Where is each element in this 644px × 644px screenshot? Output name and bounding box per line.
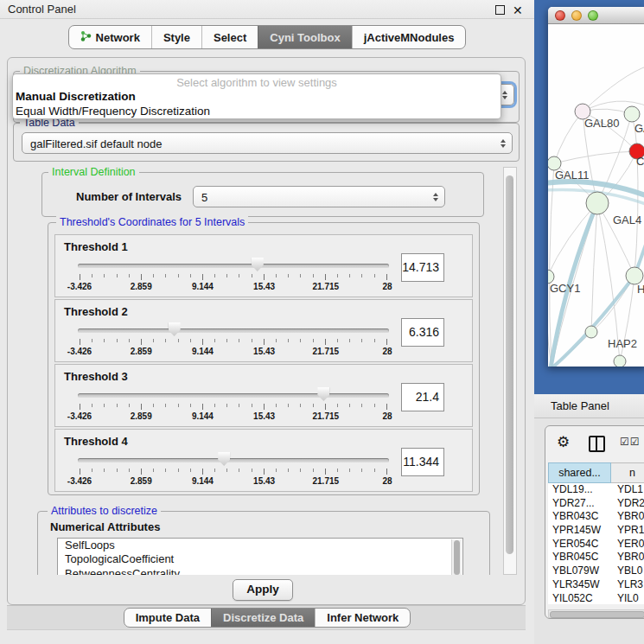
table-horizontal-scrollbar[interactable] bbox=[548, 609, 644, 618]
threshold-slider-track[interactable] bbox=[78, 264, 389, 268]
slider-tick bbox=[337, 469, 338, 472]
slider-tick bbox=[214, 469, 215, 472]
slider-tick bbox=[80, 404, 80, 410]
attributes-list-scrollbar[interactable] bbox=[451, 539, 462, 575]
table-row[interactable]: YDR27...YDR2 bbox=[548, 497, 644, 511]
network-canvas[interactable]: GAL80GACGAL11GAL4GCY1HHAP2 bbox=[548, 24, 644, 367]
threshold-slider-track[interactable] bbox=[78, 458, 389, 462]
zoom-light-icon[interactable] bbox=[588, 10, 598, 21]
threshold-slider-thumb[interactable] bbox=[218, 452, 230, 466]
bottom-tab-discretize-data[interactable]: Discretize Data bbox=[211, 609, 315, 627]
slider-tick bbox=[300, 274, 301, 277]
cell-shared-name: YLR345W bbox=[548, 578, 611, 592]
slider-tick bbox=[165, 274, 166, 277]
threshold-slider-track[interactable] bbox=[78, 328, 389, 333]
tab-label: Network bbox=[96, 31, 140, 44]
slider-tick-labels: -3.4262.8599.14415.4321.71528 bbox=[80, 347, 387, 357]
slider-tick bbox=[153, 339, 154, 342]
network-node[interactable] bbox=[585, 326, 597, 338]
threshold-label: Threshold 4 bbox=[64, 435, 128, 448]
table-hscrollbar-thumb[interactable] bbox=[550, 611, 644, 618]
bottom-tab-impute-data[interactable]: Impute Data bbox=[124, 609, 211, 627]
slider-tick bbox=[117, 274, 118, 277]
combo-stepper-icon[interactable] bbox=[501, 133, 506, 153]
threshold-label: Threshold 3 bbox=[64, 370, 128, 383]
slider-tick-labels: -3.4262.8599.14415.4321.71528 bbox=[80, 282, 387, 292]
slider-tick-label: 21.715 bbox=[313, 347, 340, 356]
threshold-slider-thumb[interactable] bbox=[317, 387, 329, 401]
bottom-tab-infer-network[interactable]: Infer Network bbox=[315, 609, 410, 627]
tab-network[interactable]: Network bbox=[69, 26, 151, 48]
tab-label: jActiveMNodules bbox=[364, 31, 455, 44]
settings-scrollbar-thumb[interactable] bbox=[506, 175, 513, 554]
network-window-titlebar[interactable] bbox=[548, 7, 644, 24]
column-header-name[interactable]: n bbox=[611, 462, 644, 483]
network-node[interactable] bbox=[624, 106, 640, 122]
cell-shared-name: YBR045C bbox=[548, 551, 611, 564]
cell-name: YLR3 bbox=[611, 578, 644, 592]
slider-tick bbox=[202, 274, 203, 280]
checkbox-icons[interactable]: ☑☑ bbox=[620, 436, 641, 448]
slider-tick bbox=[239, 274, 239, 277]
table-data-combobox[interactable]: galFiltered.sif default node bbox=[22, 132, 513, 154]
table-row[interactable]: YBL079WYBL0 bbox=[548, 564, 644, 578]
numerical-attributes-list[interactable]: SelfLoopsTopologicalCoefficientBetweenne… bbox=[57, 538, 463, 575]
threshold-value-field[interactable]: 14.713 bbox=[401, 253, 444, 282]
network-node[interactable] bbox=[586, 192, 609, 214]
threshold-slider-thumb[interactable] bbox=[252, 258, 264, 271]
tab-style[interactable]: Style bbox=[151, 26, 201, 48]
table-row[interactable]: YDL19...YDL1 bbox=[548, 483, 644, 497]
threshold-value-field[interactable]: 11.344 bbox=[401, 448, 444, 476]
minimize-light-icon[interactable] bbox=[571, 10, 582, 21]
tab-cyni-toolbox[interactable]: Cyni Toolbox bbox=[258, 26, 351, 48]
number-of-intervals-combobox[interactable]: 5 bbox=[193, 186, 445, 207]
slider-tick bbox=[190, 274, 191, 277]
slider-tick-label: -3.426 bbox=[67, 476, 92, 486]
apply-button[interactable]: Apply bbox=[233, 579, 293, 601]
close-icon[interactable]: ✕ bbox=[513, 1, 523, 20]
table-panel-title: Table Panel bbox=[551, 399, 609, 412]
slider-tick bbox=[361, 274, 362, 277]
slider-tick bbox=[349, 404, 350, 407]
table-row[interactable]: YLR345WYLR3 bbox=[548, 578, 644, 592]
slider-tick bbox=[349, 469, 350, 472]
slider-tick bbox=[276, 469, 277, 472]
network-node[interactable] bbox=[614, 355, 626, 367]
slider-tick bbox=[104, 469, 105, 472]
threshold-row: Threshold 4-3.4262.8599.14415.4321.71528… bbox=[54, 429, 473, 492]
network-view-window[interactable]: GAL80GACGAL11GAL4GCY1HHAP2 bbox=[548, 7, 644, 367]
threshold-value-field[interactable]: 21.4 bbox=[401, 383, 444, 411]
combo-stepper-icon[interactable] bbox=[502, 85, 507, 105]
threshold-value-field[interactable]: 6.316 bbox=[401, 318, 444, 347]
slider-tick bbox=[80, 339, 80, 345]
slider-tick bbox=[374, 274, 375, 277]
attribute-list-item[interactable]: TopologicalCoefficient bbox=[58, 552, 462, 566]
main-tab-bar: NetworkStyleSelectCyni ToolboxjActiveMNo… bbox=[0, 25, 534, 49]
float-icon[interactable] bbox=[495, 5, 505, 15]
table-row[interactable]: YBR045CYBR0 bbox=[548, 551, 644, 564]
number-of-intervals-label: Number of Intervals bbox=[76, 190, 182, 203]
table-row[interactable]: YPR145WYPR1 bbox=[548, 524, 644, 538]
threshold-slider-track[interactable] bbox=[78, 393, 389, 398]
network-edge bbox=[550, 163, 554, 367]
attribute-list-item[interactable]: BetweennessCentrality bbox=[58, 567, 462, 575]
dropdown-option[interactable]: Manual Discretization bbox=[13, 90, 501, 105]
table-row[interactable]: YBR043CYBR0 bbox=[548, 510, 644, 524]
gear-icon[interactable]: ⚙ bbox=[557, 433, 570, 450]
network-node[interactable] bbox=[626, 267, 643, 284]
dropdown-option[interactable]: Equal Width/Frequency Discretization bbox=[13, 105, 501, 119]
table-row[interactable]: YIL052CYIL0 bbox=[548, 592, 644, 605]
attributes-scrollbar-thumb[interactable] bbox=[454, 540, 460, 575]
columns-icon[interactable] bbox=[589, 436, 605, 452]
threshold-label: Threshold 2 bbox=[64, 305, 128, 318]
close-light-icon[interactable] bbox=[555, 10, 565, 21]
column-header-shared-name[interactable]: shared... bbox=[548, 462, 611, 483]
table-row[interactable]: YER054CYER0 bbox=[548, 538, 644, 552]
tab-jactivemnodules[interactable]: jActiveMNodules bbox=[352, 26, 466, 48]
settings-vertical-scrollbar[interactable] bbox=[503, 167, 517, 575]
attribute-list-item[interactable]: SelfLoops bbox=[58, 539, 462, 552]
tab-select[interactable]: Select bbox=[201, 26, 258, 48]
threshold-slider-thumb[interactable] bbox=[169, 322, 181, 336]
combo-stepper-icon[interactable] bbox=[433, 187, 438, 207]
cell-shared-name: YPR145W bbox=[548, 524, 611, 538]
